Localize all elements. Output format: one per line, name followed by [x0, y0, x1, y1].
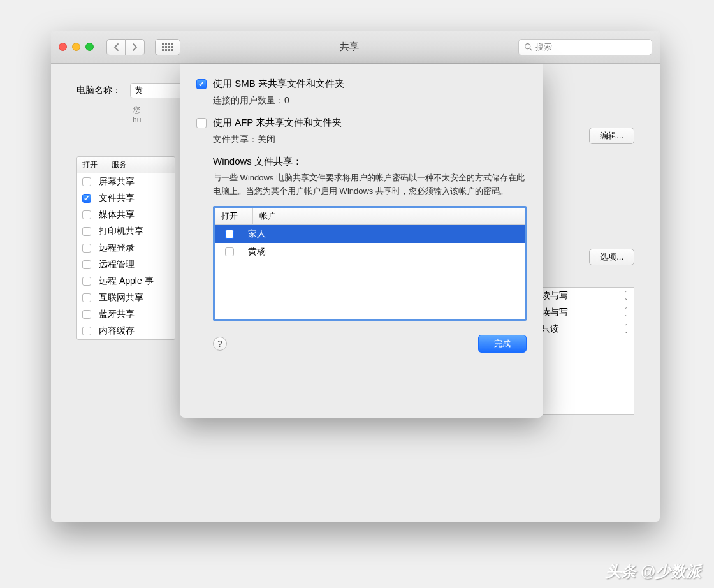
permission-label: 读与写	[541, 307, 568, 318]
services-header-service: 服务	[106, 157, 175, 173]
titlebar: 共享	[51, 31, 660, 64]
service-checkbox[interactable]	[82, 277, 91, 286]
afp-label: 使用 AFP 来共享文件和文件夹	[213, 117, 342, 129]
zoom-button[interactable]	[85, 43, 94, 51]
done-button[interactable]: 完成	[478, 335, 527, 353]
permission-label: 读与写	[541, 290, 568, 302]
stepper-icon[interactable]: ⌃⌄	[624, 291, 629, 301]
afp-row: 使用 AFP 来共享文件和文件夹	[196, 117, 527, 129]
service-label: 蓝牙共享	[99, 309, 135, 320]
minimize-button[interactable]	[72, 43, 80, 51]
options-sheet: 使用 SMB 来共享文件和文件夹 连接的用户数量：0 使用 AFP 来共享文件和…	[180, 64, 543, 418]
service-label: 文件共享	[99, 193, 135, 204]
computer-name-label: 电脑名称：	[76, 85, 121, 96]
traffic-lights	[59, 43, 94, 51]
service-checkbox[interactable]	[82, 327, 91, 335]
services-header: 打开 服务	[77, 157, 175, 173]
service-row[interactable]: 远程管理	[77, 256, 175, 273]
service-label: 媒体共享	[99, 209, 135, 221]
windows-sharing-title: Windows 文件共享：	[213, 156, 527, 168]
service-checkbox[interactable]	[82, 194, 91, 203]
search-input[interactable]	[536, 42, 646, 52]
service-row[interactable]: 互联网共享	[77, 290, 175, 306]
file-share-status: 文件共享：关闭	[213, 134, 527, 145]
back-button[interactable]	[106, 39, 126, 55]
windows-sharing-desc: 与一些 Windows 电脑共享文件要求将用户的帐户密码以一种不太安全的方式储存…	[213, 172, 527, 198]
service-label: 远程登录	[99, 242, 135, 254]
connected-users: 连接的用户数量：0	[213, 95, 527, 107]
service-row[interactable]: 媒体共享	[77, 207, 175, 223]
service-row[interactable]: 打印机共享	[77, 223, 175, 240]
service-label: 内容缓存	[99, 325, 135, 337]
permissions-list: 读与写⌃⌄读与写⌃⌄只读⌃⌄	[536, 287, 634, 415]
service-checkbox[interactable]	[82, 227, 91, 236]
accounts-header-account: 帐户	[253, 208, 525, 224]
options-button[interactable]: 选项...	[589, 249, 634, 265]
service-row[interactable]: 内容缓存	[77, 323, 175, 339]
sheet-footer: ? 完成	[213, 335, 527, 353]
account-name: 黄杨	[248, 246, 266, 258]
show-all-button[interactable]	[155, 39, 180, 55]
service-label: 屏幕共享	[99, 176, 135, 187]
svg-point-0	[525, 44, 530, 49]
services-list: 打开 服务 屏幕共享文件共享媒体共享打印机共享远程登录远程管理远程 Apple …	[76, 156, 175, 340]
watermark: 头条 @少数派	[606, 561, 701, 582]
permission-row[interactable]: 读与写⌃⌄	[536, 288, 634, 304]
service-row[interactable]: 蓝牙共享	[77, 306, 175, 323]
service-row[interactable]: 远程 Apple 事	[77, 273, 175, 290]
svg-line-1	[530, 48, 532, 50]
account-row[interactable]: 家人	[215, 225, 525, 243]
account-checkbox[interactable]	[225, 230, 234, 239]
forward-button[interactable]	[126, 39, 145, 55]
service-checkbox[interactable]	[82, 310, 91, 319]
edit-button[interactable]: 编辑...	[589, 128, 634, 144]
help-button[interactable]: ?	[213, 337, 227, 351]
search-icon	[524, 43, 532, 51]
smb-label: 使用 SMB 来共享文件和文件夹	[213, 78, 344, 90]
window-title: 共享	[187, 41, 512, 53]
stepper-icon[interactable]: ⌃⌄	[624, 307, 629, 318]
services-header-open: 打开	[77, 157, 106, 173]
permission-label: 只读	[541, 323, 559, 335]
service-checkbox[interactable]	[82, 244, 91, 253]
smb-row: 使用 SMB 来共享文件和文件夹	[196, 78, 527, 90]
service-checkbox[interactable]	[82, 293, 91, 302]
account-row[interactable]: 黄杨	[215, 243, 525, 261]
permission-row[interactable]: 只读⌃⌄	[536, 321, 634, 337]
service-label: 远程 Apple 事	[99, 276, 154, 287]
stepper-icon[interactable]: ⌃⌄	[624, 324, 629, 334]
close-button[interactable]	[59, 43, 67, 51]
service-row[interactable]: 远程登录	[77, 240, 175, 256]
smb-checkbox[interactable]	[196, 79, 207, 89]
account-checkbox[interactable]	[225, 247, 234, 256]
permission-row[interactable]: 读与写⌃⌄	[536, 304, 634, 321]
search-field[interactable]	[518, 39, 652, 55]
nav-buttons	[106, 39, 145, 55]
service-label: 互联网共享	[99, 292, 143, 304]
service-row[interactable]: 屏幕共享	[77, 173, 175, 190]
service-label: 打印机共享	[99, 226, 143, 237]
account-name: 家人	[248, 228, 266, 240]
service-checkbox[interactable]	[82, 260, 91, 269]
accounts-header: 打开 帐户	[215, 208, 525, 225]
service-row[interactable]: 文件共享	[77, 190, 175, 207]
service-label: 远程管理	[99, 259, 135, 270]
afp-checkbox[interactable]	[196, 118, 207, 128]
accounts-list: 打开 帐户 家人黄杨	[213, 206, 527, 321]
service-checkbox[interactable]	[82, 210, 91, 219]
accounts-header-open: 打开	[215, 208, 253, 224]
service-checkbox[interactable]	[82, 177, 91, 186]
